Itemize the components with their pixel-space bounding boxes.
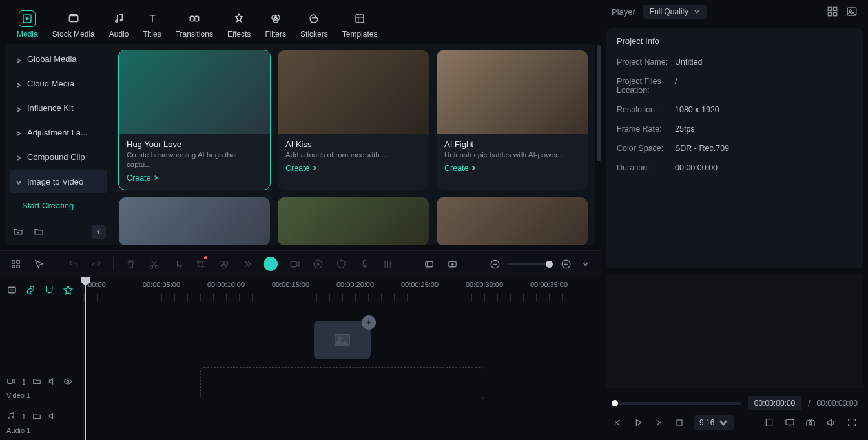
svg-rect-21 <box>807 421 814 426</box>
record-icon[interactable] <box>288 257 301 270</box>
zoom-fit-button[interactable] <box>579 257 592 270</box>
cut-button[interactable] <box>147 257 160 270</box>
tab-filters[interactable]: Filters <box>260 8 291 41</box>
tab-audio[interactable]: Audio <box>104 8 134 41</box>
sidebar-label: Cloud Media <box>27 79 74 88</box>
folder-icon[interactable] <box>32 377 41 388</box>
delete-button[interactable] <box>124 257 137 270</box>
timeline-ruler[interactable]: 00:00 00:00:05:00 00:00:10:00 00:00:15:0… <box>84 277 601 305</box>
sidebar-item-global-media[interactable]: Global Media <box>10 48 107 71</box>
link-icon[interactable] <box>25 285 36 297</box>
prev-frame-button[interactable] <box>612 417 623 428</box>
sidebar-item-adjustment-layer[interactable]: Adjustment La... <box>10 121 107 144</box>
magnet-icon[interactable] <box>44 285 55 297</box>
mark-out-icon[interactable] <box>446 257 459 270</box>
player-scrubber[interactable] <box>612 402 741 405</box>
add-track-icon[interactable] <box>6 285 17 297</box>
card-title: Hug Your Love <box>127 139 262 149</box>
track-label: Audio 1 <box>6 426 77 434</box>
mixer-icon[interactable] <box>381 257 394 270</box>
stop-button[interactable] <box>674 417 685 428</box>
card-create-link[interactable]: Create <box>444 164 580 173</box>
shield-icon[interactable] <box>335 257 347 270</box>
auto-icon[interactable] <box>63 285 74 297</box>
tab-media[interactable]: Media <box>12 8 43 41</box>
fullscreen-icon[interactable] <box>846 417 858 428</box>
track-headers: 1 Video 1 1 Audio 1 <box>0 277 84 440</box>
play-circle-icon[interactable] <box>311 257 324 270</box>
more-icon[interactable] <box>240 257 253 270</box>
picture-icon[interactable] <box>846 6 858 17</box>
proj-value: SDR - Rec.709 <box>675 144 729 153</box>
mic-icon[interactable] <box>358 257 371 270</box>
svg-rect-23 <box>12 260 14 263</box>
svg-rect-25 <box>12 265 14 267</box>
play-button[interactable] <box>632 417 644 428</box>
snapshot-icon[interactable] <box>805 417 816 428</box>
text-button[interactable] <box>170 257 183 270</box>
collapse-sidebar-icon[interactable] <box>92 225 106 239</box>
timeline-area[interactable]: 00:00 00:00:05:00 00:00:10:00 00:00:15:0… <box>84 277 601 440</box>
timeline-toolbar <box>0 251 601 277</box>
audio-track-icon <box>6 412 16 423</box>
apps-icon[interactable] <box>9 257 22 270</box>
undo-button[interactable] <box>67 257 79 270</box>
crop-button[interactable] <box>194 257 207 270</box>
folder-icon[interactable] <box>32 412 41 423</box>
card-ai-kiss[interactable]: AI Kiss Add a touch of romance with ... … <box>278 50 429 190</box>
card-ai-fight[interactable]: AI Fight Unleash epic battles with AI-po… <box>437 50 588 190</box>
ruler-tick: 00:00:15:00 <box>272 281 309 288</box>
drop-zone[interactable] <box>200 367 484 399</box>
mute-icon[interactable] <box>48 377 57 388</box>
folder-add-icon[interactable] <box>12 225 25 238</box>
tab-transitions[interactable]: Transitions <box>170 8 218 41</box>
svg-point-3 <box>120 19 122 21</box>
volume-icon[interactable] <box>825 417 837 428</box>
zoom-in-button[interactable] <box>559 257 572 270</box>
quality-selector[interactable]: Full Quality <box>643 5 707 19</box>
tab-stock-media[interactable]: Stock Media <box>47 8 100 41</box>
card-peek[interactable] <box>437 197 588 245</box>
card-create-link[interactable]: Create <box>285 164 421 173</box>
zoom-out-button[interactable] <box>488 257 501 270</box>
chevron-down-icon <box>16 178 22 185</box>
svg-point-9 <box>313 17 314 19</box>
color-button[interactable] <box>217 257 230 270</box>
redo-button[interactable] <box>90 257 103 270</box>
card-hug-your-love[interactable]: Hug Your Love Create heartwarming AI hug… <box>119 50 270 190</box>
ai-face-icon[interactable] <box>264 257 278 271</box>
mute-icon[interactable] <box>48 412 57 423</box>
next-frame-button[interactable] <box>653 417 665 428</box>
chevron-right-icon <box>16 154 22 160</box>
tab-titles[interactable]: Titles <box>138 8 166 41</box>
select-icon[interactable] <box>32 257 45 270</box>
tab-effects[interactable]: Effects <box>222 8 256 41</box>
card-peek[interactable] <box>119 197 270 245</box>
marker-icon[interactable] <box>763 417 775 428</box>
chevron-right-icon <box>16 81 22 87</box>
proj-value: 25fps <box>675 125 695 134</box>
zoom-slider[interactable] <box>508 263 553 265</box>
card-peek[interactable] <box>278 197 429 245</box>
proj-label: Project Files Location: <box>617 77 675 95</box>
sidebar-item-compound-clip[interactable]: Compound Clip <box>10 145 107 168</box>
chevron-right-icon <box>16 129 22 135</box>
start-creating-link[interactable]: Start Creating <box>10 194 107 217</box>
sidebar-item-influence-kit[interactable]: Influence Kit <box>10 97 107 120</box>
mark-in-icon[interactable] <box>422 257 435 270</box>
tab-stickers[interactable]: Stickers <box>295 8 333 41</box>
sidebar-label: Adjustment La... <box>27 128 88 137</box>
tab-templates[interactable]: Templates <box>337 8 383 41</box>
screen-icon[interactable] <box>784 417 796 428</box>
grid-view-icon[interactable] <box>827 6 838 17</box>
visibility-icon[interactable] <box>63 377 72 388</box>
proj-label: Resolution: <box>617 105 675 114</box>
svg-point-10 <box>315 17 316 19</box>
scrollbar[interactable] <box>597 45 601 161</box>
card-thumbnail <box>119 50 270 134</box>
aspect-ratio-selector[interactable]: 9:16 <box>694 415 734 430</box>
sidebar-item-image-to-video[interactable]: Image to Video <box>10 170 107 193</box>
folder-icon[interactable] <box>32 225 45 238</box>
sidebar-item-cloud-media[interactable]: Cloud Media <box>10 72 107 95</box>
card-create-link[interactable]: Create <box>127 174 262 183</box>
